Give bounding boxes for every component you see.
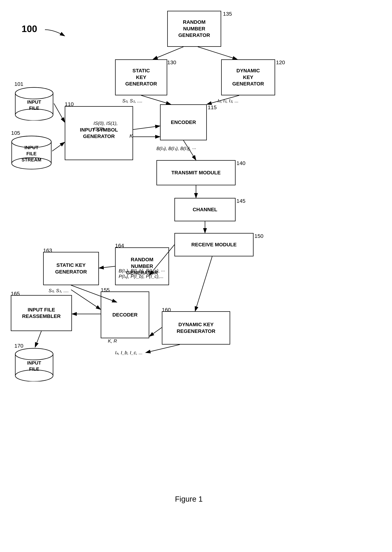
svg-line-22 <box>141 95 171 104</box>
main-ref-number: 100 <box>21 23 37 34</box>
channel-ref: 145 <box>237 198 245 204</box>
input-file-top-cylinder: INPUTFILE <box>14 86 54 120</box>
svg-line-32 <box>195 256 212 311</box>
dynamic-key-generator-box: DYNAMICKEYGENERATOR <box>221 59 275 95</box>
svg-line-39 <box>146 345 180 353</box>
decoder-ref: 155 <box>101 287 110 293</box>
receive-module-ref: 150 <box>254 233 263 239</box>
channel-box: CHANNEL <box>175 198 236 221</box>
k-label: K <box>129 133 133 139</box>
svg-line-20 <box>153 47 183 59</box>
dynamic-key-regen-box: DYNAMIC KEYREGENERATOR <box>162 311 230 345</box>
figure-label: Figure 1 <box>153 495 225 503</box>
input-file-stream-cylinder: INPUTFILESTREAM <box>11 135 52 170</box>
svg-line-24 <box>54 103 65 122</box>
input-symbol-generator-box: INPUT SYMBOLGENERATOR <box>65 106 133 160</box>
svg-line-37 <box>35 331 41 347</box>
iaibic-label: Iₐ, I_b, I_c, ... <box>115 350 143 355</box>
input-file-bot-ref: 170 <box>14 343 23 349</box>
encoder-box: ENCODER <box>160 104 207 140</box>
static-key-generator-box: STATICKEYGENERATOR <box>115 59 167 95</box>
is012-label: IS(0), IS(1),IS(2),... <box>93 120 118 132</box>
diagram: 100 RANDOMNUMBERGENERATOR 135 STATICKEYG… <box>0 0 392 552</box>
static-key-gen-bot-ref: 163 <box>43 248 52 254</box>
receive-module-box: RECEIVE MODULE <box>175 233 253 256</box>
dynamic-key-gen-ref: 120 <box>276 59 285 65</box>
svg-line-25 <box>52 142 65 151</box>
static-key-generator-bot-box: STATIC KEYGENERATOR <box>43 252 99 285</box>
transmit-module-ref: 140 <box>237 160 245 166</box>
random-number-generator-box: RANDOMNUMBERGENERATOR <box>167 11 221 47</box>
svg-line-33 <box>99 266 115 268</box>
svg-line-35 <box>71 290 101 310</box>
static-key-gen-ref: 130 <box>167 59 176 65</box>
encoder-ref: 115 <box>208 104 217 110</box>
biabib-label: B(Iₐ), B(I_b), B(I_c), ···P(Iₐ), P(I_b),… <box>119 268 165 279</box>
svg-point-17 <box>15 348 53 360</box>
decoder-box: DECODER <box>101 291 149 338</box>
bi0bi1-label: B(I₀), B(I₁), B(I₂), ··· <box>156 146 196 151</box>
input-file-reassembler-ref: 165 <box>11 290 20 297</box>
random-number-gen-bot-box: RANDOMNUMBERGENERATOR <box>115 248 169 285</box>
input-file-stream-ref: 105 <box>11 130 20 136</box>
random-num-gen-bot-ref: 164 <box>115 242 124 249</box>
input-symbol-gen-ref: 110 <box>65 101 74 107</box>
s0s1-label: S₀, S₁, .... <box>122 98 142 104</box>
random-num-gen-ref: 135 <box>223 11 232 17</box>
input-file-bot-cylinder: INPUTFILE <box>14 347 54 382</box>
svg-line-21 <box>198 47 237 59</box>
svg-point-5 <box>15 87 53 99</box>
input-file-reassembler-box: INPUT FILEREASSEMBLER <box>11 295 72 331</box>
s0s1-bot-label: S₀, S₁, .... <box>49 288 69 293</box>
svg-line-38 <box>149 327 162 336</box>
i0i1i2-label: I₀, I₁, I₂, ... <box>217 98 239 104</box>
input-file-top-ref: 101 <box>14 81 23 87</box>
dynamic-key-regen-ref: 160 <box>162 307 171 313</box>
kr-label: K, R <box>108 338 117 344</box>
svg-line-26 <box>133 126 160 129</box>
transmit-module-box: TRANSMIT MODULE <box>156 160 236 185</box>
